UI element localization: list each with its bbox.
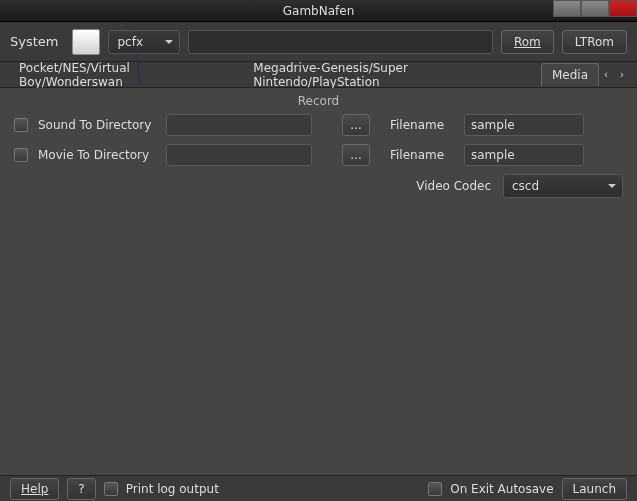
record-title: Record xyxy=(14,94,623,108)
sound-label: Sound To Directory xyxy=(38,118,156,132)
chevron-down-icon xyxy=(608,184,616,188)
codec-select[interactable]: cscd xyxy=(503,174,623,198)
system-label: System xyxy=(10,34,58,49)
window-controls xyxy=(553,0,637,17)
content-panel: Record Sound To Directory ... Filename s… xyxy=(0,88,637,475)
movie-dir-input[interactable] xyxy=(166,144,312,166)
autosave-label: On Exit Autosave xyxy=(450,482,553,496)
help-qmark-button[interactable]: ? xyxy=(67,478,95,500)
autosave-checkbox[interactable] xyxy=(428,482,442,496)
print-log-label: Print log output xyxy=(126,482,219,496)
movie-filename-label: Filename xyxy=(390,148,454,162)
sound-dir-input[interactable] xyxy=(166,114,312,136)
movie-label: Movie To Directory xyxy=(38,148,156,162)
movie-checkbox[interactable] xyxy=(14,148,28,162)
window-title: GambNafen xyxy=(283,4,355,18)
system-icon xyxy=(72,29,100,55)
rom-path-field[interactable] xyxy=(188,30,492,54)
chevron-down-icon xyxy=(165,40,173,44)
tab-media[interactable]: Media xyxy=(541,63,599,86)
minimize-button[interactable] xyxy=(553,0,581,17)
tab-next-button[interactable]: › xyxy=(615,66,629,84)
codec-value: cscd xyxy=(512,179,539,193)
sound-browse-button[interactable]: ... xyxy=(342,114,370,136)
footer: Help ? Print log output On Exit Autosave… xyxy=(0,475,637,501)
sound-filename-input[interactable]: sample xyxy=(464,114,584,136)
sound-row: Sound To Directory ... Filename sample xyxy=(14,114,623,136)
tab-bar: Pocket/NES/Virtual Boy/Wonderswan Megadr… xyxy=(0,62,637,88)
help-button[interactable]: Help xyxy=(10,478,59,500)
movie-filename-input[interactable]: sample xyxy=(464,144,584,166)
movie-row: Movie To Directory ... Filename sample xyxy=(14,144,623,166)
sound-checkbox[interactable] xyxy=(14,118,28,132)
launch-button[interactable]: Launch xyxy=(562,478,627,500)
maximize-button[interactable] xyxy=(581,0,609,17)
titlebar: GambNafen xyxy=(0,0,637,22)
ltrom-button[interactable]: LTRom xyxy=(562,30,627,54)
system-select[interactable]: pcfx xyxy=(108,30,180,54)
movie-browse-button[interactable]: ... xyxy=(342,144,370,166)
tab-prev-button[interactable]: ‹ xyxy=(599,66,613,84)
print-log-checkbox[interactable] xyxy=(104,482,118,496)
rom-button[interactable]: Rom xyxy=(501,30,554,54)
codec-row: Video Codec cscd xyxy=(14,174,623,198)
codec-label: Video Codec xyxy=(416,179,491,193)
tab-nav: ‹ › xyxy=(599,66,629,84)
close-button[interactable] xyxy=(609,0,637,17)
sound-filename-label: Filename xyxy=(390,118,454,132)
system-value: pcfx xyxy=(117,35,143,49)
